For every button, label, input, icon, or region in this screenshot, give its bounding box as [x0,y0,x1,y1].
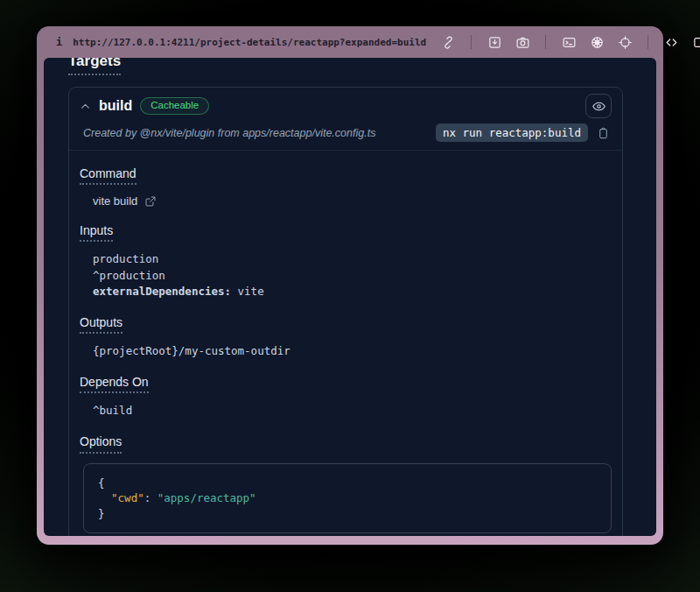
app-viewport: Targets build Cacheable Create [44,58,656,536]
input-item: externalDependencies: vite [80,284,612,300]
clipboard-icon [597,126,610,140]
json-line: } [98,506,597,522]
json-value: "apps/reactapp" [158,491,256,504]
json-line: "cwd": "apps/reactapp" [98,490,597,506]
copy-button[interactable] [597,126,610,140]
view-target-button[interactable] [585,94,612,118]
inputs-heading: Inputs [80,222,113,242]
code-icon[interactable] [663,34,679,50]
depends-on-item: ^build [80,403,612,419]
input-dep-value: vite [231,285,264,298]
crosshair-icon[interactable] [617,34,633,50]
section-outputs: Outputs {projectRoot}/my-custom-outdir [80,314,612,359]
camera-icon[interactable] [514,34,530,50]
output-item: {projectRoot}/my-custom-outdir [80,343,612,359]
options-heading: Options [80,433,122,453]
info-icon[interactable]: i [52,36,66,48]
outputs-heading: Outputs [80,314,122,334]
input-dep-key: externalDependencies: [93,285,231,298]
input-item: production [80,251,612,267]
input-item: ^production [80,268,612,284]
options-code-block: { "cwd": "apps/reactapp" } [83,463,612,534]
build-header[interactable]: build Cacheable [69,88,622,122]
page-title: Targets [68,58,121,75]
command-value: vite build [93,194,137,208]
json-key: "cwd" [111,491,144,504]
eye-icon [592,99,606,114]
depends-on-heading: Depends On [80,374,149,393]
address-url[interactable]: http://127.0.0.1:4211/project-details/re… [73,37,426,48]
command-heading: Command [80,166,136,185]
section-command: Command vite build [80,166,612,208]
link-icon[interactable] [440,34,456,50]
command-line: vite build [80,194,612,208]
external-link-icon[interactable] [144,195,157,208]
terminal-icon[interactable] [561,34,577,50]
section-options: Options { "cwd": "apps/reactapp" } [80,433,612,533]
toolbar-separator [471,35,472,49]
cacheable-badge[interactable]: Cacheable [140,97,209,116]
toolbar-separator [648,35,648,49]
browser-window: i http://127.0.0.1:4211/project-details/… [37,26,663,545]
created-by-note: Created by @nx/vite/plugin from apps/rea… [83,127,427,139]
toolbar-separator [545,35,546,49]
target-card-build: build Cacheable Created by @nx/vite/plug… [68,87,623,536]
section-depends-on: Depends On ^build [80,374,612,419]
build-subheader: Created by @nx/vite/plugin from apps/rea… [69,122,622,151]
target-name: build [99,98,132,114]
globe-icon[interactable] [589,34,605,50]
json-line: { [98,476,597,491]
split-panel-icon[interactable] [691,34,700,50]
browser-toolbar: i http://127.0.0.1:4211/project-details/… [44,26,656,58]
section-inputs: Inputs production ^production externalDe… [80,222,612,300]
toolbar-actions [440,34,700,50]
build-body: Command vite build Inputs production [69,151,622,536]
download-icon[interactable] [486,34,502,50]
chevron-up-icon[interactable] [80,101,91,112]
project-details-page: Targets build Cacheable Create [44,58,656,536]
page-background: i http://127.0.0.1:4211/project-details/… [0,0,700,592]
run-command-chip[interactable]: nx run reactapp:build [436,123,588,142]
